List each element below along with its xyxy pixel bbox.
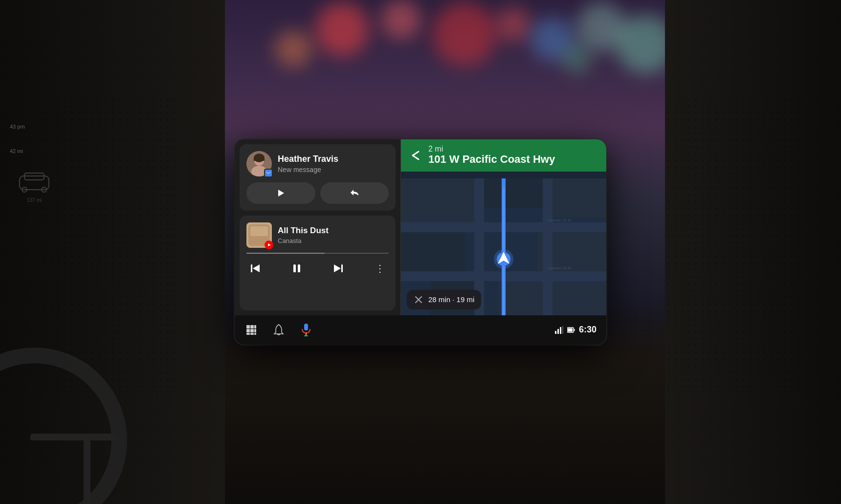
steering-spoke-horizontal <box>30 434 116 440</box>
song-title: All This Dust <box>278 226 389 236</box>
bokeh-light <box>433 2 496 66</box>
play-button[interactable] <box>246 182 315 204</box>
mic-button[interactable] <box>299 323 313 337</box>
notif-text: Heather Travis New message <box>278 154 389 174</box>
instrument-cluster: 137 mi <box>15 166 54 196</box>
music-card: All This Dust Canasta <box>240 216 396 310</box>
svg-marker-24 <box>334 264 341 272</box>
nav-header: 2 mi 101 W Pacific Coast Hwy <box>401 139 606 172</box>
svg-rect-16 <box>250 226 268 236</box>
svg-rect-60 <box>562 326 563 334</box>
svg-rect-49 <box>250 329 254 332</box>
nav-street: 101 W Pacific Coast Hwy <box>428 153 598 166</box>
svg-rect-51 <box>246 333 250 335</box>
album-art <box>246 222 272 248</box>
eta-info: 28 min · 19 mi <box>428 295 474 304</box>
left-panel: Heather Travis New message <box>235 139 401 315</box>
svg-rect-30 <box>401 232 465 271</box>
notification-card: Heather Travis New message <box>240 144 396 211</box>
screen-content: Heather Travis New message <box>235 139 606 315</box>
svg-rect-48 <box>246 329 250 332</box>
left-side-panel: 137 mi 43 pm 42 mi <box>0 0 225 504</box>
svg-rect-28 <box>484 178 543 208</box>
svg-rect-54 <box>304 324 308 330</box>
notif-subtitle: New message <box>278 166 389 174</box>
svg-rect-21 <box>293 264 296 272</box>
svg-text:Gulman Dr W: Gulman Dr W <box>548 266 572 270</box>
svg-rect-12 <box>266 171 271 175</box>
next-button[interactable] <box>330 260 347 277</box>
svg-marker-13 <box>278 190 284 197</box>
android-auto-screen: Heather Travis New message <box>235 139 606 345</box>
svg-text:Gulman Dr W: Gulman Dr W <box>548 218 572 222</box>
progress-fill <box>246 253 325 254</box>
svg-rect-29 <box>553 178 606 218</box>
bokeh-light <box>315 2 369 56</box>
prev-button[interactable] <box>246 260 264 277</box>
svg-rect-47 <box>254 325 256 329</box>
notif-actions <box>246 182 389 204</box>
svg-rect-57 <box>555 331 556 334</box>
svg-rect-58 <box>557 329 559 334</box>
time-display: 6:30 <box>579 325 597 335</box>
notif-header: Heather Travis New message <box>246 151 389 176</box>
svg-rect-45 <box>246 325 250 329</box>
message-badge <box>264 169 273 177</box>
right-grille <box>665 0 841 504</box>
notifications-button[interactable] <box>272 323 286 337</box>
avatar-container <box>246 151 272 176</box>
nav-distance: 2 mi <box>428 145 598 153</box>
svg-rect-23 <box>341 264 343 272</box>
svg-rect-22 <box>298 264 300 272</box>
right-side-panel <box>665 0 841 504</box>
svg-rect-46 <box>250 325 254 329</box>
pause-button[interactable] <box>288 260 306 277</box>
svg-rect-1 <box>39 98 176 391</box>
bottom-bar: 6:30 <box>235 315 606 345</box>
artist-name: Canasta <box>278 237 389 244</box>
music-info: All This Dust Canasta <box>246 222 389 248</box>
bokeh-light <box>562 44 592 73</box>
signal-icon <box>554 326 563 334</box>
close-eta-button[interactable] <box>414 295 423 305</box>
nav-info: 2 mi 101 W Pacific Coast Hwy <box>428 145 598 166</box>
eta-card: 28 min · 19 mi <box>407 290 481 309</box>
bottom-icons <box>244 323 313 337</box>
svg-rect-53 <box>254 333 256 335</box>
youtube-badge <box>265 241 273 249</box>
bokeh-light <box>496 7 531 42</box>
svg-rect-63 <box>574 329 575 331</box>
bokeh-light <box>275 30 312 67</box>
svg-rect-36 <box>543 178 553 315</box>
svg-rect-59 <box>560 327 561 334</box>
svg-rect-27 <box>401 178 474 222</box>
svg-rect-19 <box>251 264 252 272</box>
reply-button[interactable] <box>320 182 389 204</box>
sender-name: Heather Travis <box>278 154 389 165</box>
map-panel: 2 mi 101 W Pacific Coast Hwy <box>401 139 606 315</box>
progress-bar <box>246 253 389 254</box>
svg-rect-62 <box>568 328 573 331</box>
apps-button[interactable] <box>244 323 258 337</box>
music-controls: ⋮ <box>246 260 389 277</box>
svg-marker-20 <box>253 264 260 272</box>
more-button[interactable]: ⋮ <box>371 260 389 277</box>
status-bar: 6:30 <box>554 325 597 335</box>
battery-icon <box>567 327 575 333</box>
speed-indicators: 43 pm 42 mi <box>10 122 25 156</box>
steering-spoke-vertical <box>84 436 90 504</box>
svg-rect-52 <box>250 333 254 335</box>
music-text: All This Dust Canasta <box>278 226 389 244</box>
bokeh-light <box>381 0 420 39</box>
turn-arrow-icon <box>409 149 422 162</box>
svg-rect-7 <box>665 98 802 391</box>
svg-rect-50 <box>254 329 256 332</box>
